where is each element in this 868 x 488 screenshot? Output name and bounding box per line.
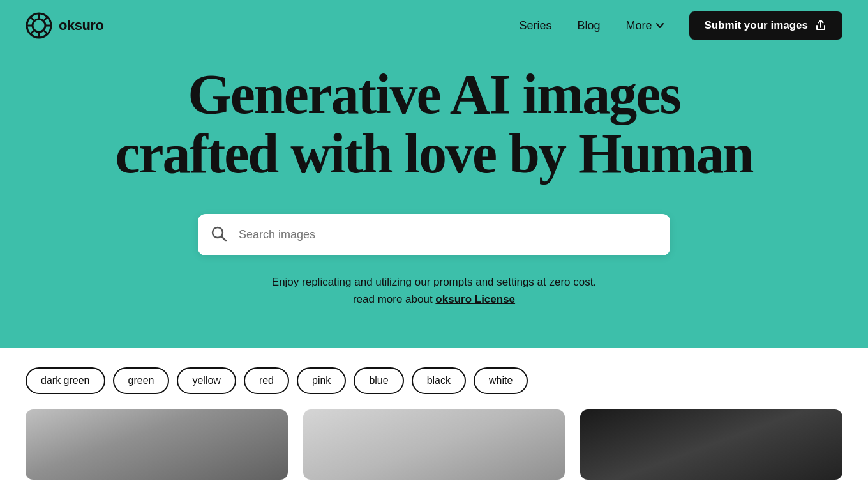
- image-grid: [0, 394, 868, 480]
- svg-point-1: [33, 19, 45, 32]
- nav-item-blog[interactable]: Blog: [567, 14, 610, 38]
- submit-images-button[interactable]: Submit your images: [689, 11, 842, 40]
- nav-links: Series Blog More Submit your images: [509, 11, 842, 40]
- color-tags-section: dark greengreenyellowredpinkblueblackwhi…: [0, 348, 868, 394]
- nav-item-series[interactable]: Series: [509, 14, 562, 38]
- search-input[interactable]: [198, 214, 670, 255]
- color-tag-yellow[interactable]: yellow: [177, 367, 236, 394]
- logo-text: oksuro: [59, 17, 103, 34]
- search-container: [198, 214, 670, 255]
- hero-subtitle: Enjoy replicating and utilizing our prom…: [272, 273, 596, 308]
- search-icon: [211, 225, 227, 245]
- share-icon: [814, 19, 827, 32]
- color-tag-black[interactable]: black: [412, 367, 466, 394]
- svg-line-9: [30, 31, 34, 34]
- color-tag-dark-green[interactable]: dark green: [26, 367, 105, 394]
- svg-line-8: [44, 17, 48, 20]
- color-tag-pink[interactable]: pink: [297, 367, 346, 394]
- svg-line-6: [30, 17, 34, 20]
- navbar: oksuro Series Blog More Submit your imag…: [0, 0, 868, 51]
- hero-title: Generative AI images crafted with love b…: [115, 65, 752, 183]
- color-tag-blue[interactable]: blue: [354, 367, 403, 394]
- nav-item-more[interactable]: More: [616, 14, 674, 38]
- color-tag-green[interactable]: green: [113, 367, 170, 394]
- hero-section: Generative AI images crafted with love b…: [0, 0, 868, 348]
- logo-link[interactable]: oksuro: [26, 12, 103, 39]
- svg-line-7: [44, 31, 48, 34]
- color-tag-red[interactable]: red: [244, 367, 289, 394]
- image-card[interactable]: [580, 409, 842, 480]
- color-tag-white[interactable]: white: [474, 367, 528, 394]
- image-card[interactable]: [303, 409, 565, 480]
- logo-icon: [26, 12, 52, 39]
- svg-line-11: [221, 236, 226, 241]
- oksuro-license-link[interactable]: oksuro License: [435, 293, 515, 305]
- chevron-down-icon: [656, 23, 664, 28]
- image-card[interactable]: [26, 409, 288, 480]
